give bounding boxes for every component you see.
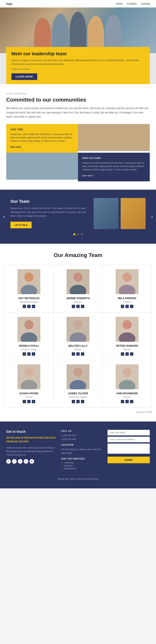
member-socials: fti <box>8 352 50 356</box>
social-icon-f[interactable]: f <box>121 352 124 356</box>
footer-social-instagram[interactable]: i <box>18 459 23 464</box>
amazing-team-title: Our Amazing Team <box>4 252 152 258</box>
promise-culture-link[interactable]: learn more <box>82 174 93 177</box>
footer-description: Trisent sit conulis erat - class aprent … <box>6 446 57 456</box>
svg-point-25 <box>122 368 132 377</box>
social-icon-f[interactable]: f <box>72 352 75 356</box>
svg-point-7 <box>122 272 132 282</box>
member-photo-6 <box>18 364 40 389</box>
hero-person-4 <box>87 16 104 51</box>
member-name: PETER HOWARD <box>106 344 148 347</box>
member-socials: fti <box>57 305 99 308</box>
member-role: Partner <box>57 348 99 351</box>
slider-dot-1[interactable] <box>73 233 75 235</box>
team-slider-section: ‹ Our Team Sample text. Click to select … <box>0 190 156 244</box>
social-icon-tw[interactable]: t <box>76 352 80 356</box>
member-photo-8 <box>116 364 138 389</box>
social-icon-f[interactable]: f <box>23 305 26 308</box>
footer-phone-2: 1 (234) 987-654 <box>61 438 103 441</box>
slider-dots <box>0 233 156 235</box>
team-member: NAT REYNOLDSWorldwide Partnerfti <box>4 265 53 312</box>
nav-landing[interactable]: Landing <box>141 2 150 5</box>
footer-message-textarea[interactable] <box>107 444 150 454</box>
footer-social-facebook[interactable]: f <box>6 459 11 464</box>
social-icon-tw[interactable]: t <box>27 352 31 356</box>
member-photo-1 <box>67 269 89 294</box>
slider-prev-arrow[interactable]: ‹ <box>3 214 5 220</box>
social-icon-ig[interactable]: i <box>81 305 84 308</box>
promise-section: OUR PROMISE Committed to our communities… <box>0 84 156 190</box>
footer-social-links: f t i y in <box>6 459 57 464</box>
hero-image <box>0 8 156 53</box>
promise-grid: OUR TIME Sample text. Click to select th… <box>6 124 150 181</box>
footer-social-linkedin[interactable]: in <box>30 459 34 464</box>
member-role: Partner <box>106 348 148 351</box>
slider-image-2 <box>121 198 145 229</box>
member-role: Associate Partner <box>57 396 99 398</box>
footer-email-input[interactable] <box>107 437 150 442</box>
footer-service-3: ✓ Development <box>61 468 103 470</box>
svg-point-13 <box>73 320 83 329</box>
member-photo-7 <box>67 364 89 389</box>
social-icon-f[interactable]: f <box>23 352 26 356</box>
footer-bottom: Sample text. Click to select the Text El… <box>6 474 150 480</box>
promise-description: We believe our social mission and busine… <box>6 106 150 119</box>
social-icon-ig[interactable]: i <box>81 352 84 356</box>
nav-links: Home Contacts Landing <box>116 2 150 5</box>
social-icon-ig[interactable]: i <box>32 305 35 308</box>
slider-description: Sample text. Click to select the text bo… <box>11 206 87 218</box>
member-photo-2 <box>116 269 138 294</box>
member-role: Partner <box>106 396 148 398</box>
social-icon-f[interactable]: f <box>121 305 124 308</box>
member-photo-4 <box>67 317 89 342</box>
svg-point-16 <box>122 320 132 329</box>
promise-time-link[interactable]: learn more <box>11 146 21 148</box>
footer-submit-button[interactable]: SUBMIT <box>107 456 150 463</box>
hero-person-3 <box>70 12 86 51</box>
hero-people <box>34 10 122 51</box>
social-icon-ig[interactable]: i <box>81 400 84 403</box>
social-icon-tw[interactable]: t <box>125 305 129 308</box>
social-icon-ig[interactable]: i <box>130 305 133 308</box>
amazing-team-section: Our Amazing Team NAT REYNOLDSWorldwide P… <box>0 244 156 422</box>
social-icon-tw[interactable]: t <box>76 305 80 308</box>
social-icon-f[interactable]: f <box>121 400 124 403</box>
promise-culture-title: OUR CULTURE <box>82 157 145 159</box>
nav-home[interactable]: Home <box>116 2 123 5</box>
footer-call-us-label: CALL US <box>61 430 103 432</box>
slider-images <box>94 198 145 229</box>
social-icon-ig[interactable]: i <box>32 400 35 403</box>
slider-next-arrow[interactable]: › <box>151 214 153 220</box>
learn-more-button[interactable]: LEARN MORE <box>12 73 37 80</box>
member-name: WALTER LILLY <box>57 344 99 347</box>
social-icon-ig[interactable]: i <box>130 400 133 403</box>
social-icon-tw[interactable]: t <box>125 400 129 403</box>
social-icon-f[interactable]: f <box>72 305 75 308</box>
footer-name-input[interactable] <box>107 430 150 436</box>
footer-tagline: WE BELIEVE IN INNOVATION AND CREATIVE PR… <box>6 436 57 443</box>
slider-image-1 <box>94 198 118 229</box>
social-icon-ig[interactable]: i <box>130 352 133 356</box>
team-member: SASHA PAYNEPartnerfti <box>4 360 53 408</box>
slider-text: Our Team Sample text. Click to select th… <box>11 199 87 228</box>
footer-grid: Get in touch WE BELIEVE IN INNOVATION AN… <box>6 430 150 470</box>
social-icon-tw[interactable]: t <box>27 400 31 403</box>
social-icon-ig[interactable]: i <box>32 352 35 356</box>
nav-contacts[interactable]: Contacts <box>127 2 137 5</box>
footer-social-twitter[interactable]: t <box>12 459 17 464</box>
slider-dot-2[interactable] <box>77 233 79 235</box>
check-icon-3: ✓ <box>61 468 63 470</box>
footer-services-label: OUR TOP SERVICES <box>61 458 103 460</box>
slider-dot-3[interactable] <box>81 233 83 235</box>
social-icon-f[interactable]: f <box>23 400 26 403</box>
social-icon-tw[interactable]: t <box>125 352 129 356</box>
member-socials: fti <box>106 352 148 356</box>
social-icon-tw[interactable]: t <box>76 400 80 403</box>
lets-talk-button[interactable]: LET'S TALK <box>11 222 32 228</box>
social-icon-tw[interactable]: t <box>27 305 31 308</box>
navigation: logo Home Contacts Landing <box>0 0 156 8</box>
member-socials: fti <box>106 305 148 308</box>
footer-social-youtube[interactable]: y <box>24 459 28 464</box>
social-icon-f[interactable]: f <box>72 400 75 403</box>
footer-service-1: ✓ Consulting <box>61 462 103 464</box>
